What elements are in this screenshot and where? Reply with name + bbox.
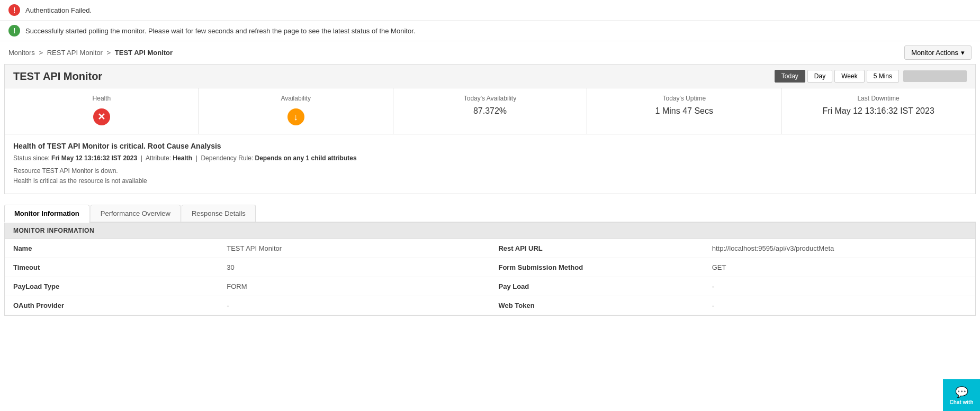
dependency-value: Depends on any 1 child attributes <box>255 154 357 162</box>
monitor-actions-button[interactable]: Monitor Actions ▾ <box>904 45 972 60</box>
stat-uptime-label: Today's Uptime <box>598 95 770 102</box>
status-since-value: Fri May 12 13:16:32 IST 2023 <box>51 154 137 162</box>
stat-today-avail-label: Today's Availability <box>404 95 577 102</box>
stat-today-uptime: Today's Uptime 1 Mins 47 Secs <box>587 88 781 134</box>
row1-col1-value: TEST API Monitor <box>218 239 490 258</box>
auth-error-alert: ! Authentication Failed. <box>0 0 980 21</box>
row2-col1-label: Timeout <box>5 258 218 277</box>
row2-col2-value: GET <box>704 258 975 277</box>
monitor-info-header: MONITOR INFORMATION <box>5 223 975 239</box>
time-btn-today[interactable]: Today <box>775 70 805 83</box>
stat-uptime-value: 1 Mins 47 Secs <box>598 106 770 116</box>
row3-col2-value: - <box>704 277 975 296</box>
monitor-info-section: MONITOR INFORMATION Name TEST API Monito… <box>4 223 976 316</box>
breadcrumb: Monitors > REST API Monitor > TEST API M… <box>0 41 980 64</box>
stat-today-avail-value: 87.372% <box>404 106 577 116</box>
health-desc-1: Resource TEST API Monitor is down. <box>13 166 967 176</box>
time-controls: Today Day Week 5 Mins <box>775 70 967 83</box>
health-title: Health of TEST API Monitor is critical. … <box>13 142 967 150</box>
stat-last-downtime: Last Downtime Fri May 12 13:16:32 IST 20… <box>781 88 975 134</box>
row4-col1-value: - <box>218 296 490 315</box>
tabs-row: Monitor Information Performance Overview… <box>4 205 976 223</box>
stat-downtime-value: Fri May 12 13:16:32 IST 2023 <box>792 106 965 116</box>
stat-avail-label: Availability <box>210 95 382 102</box>
stats-row: Health ✕ Availability ↓ Today's Availabi… <box>4 88 976 134</box>
table-row: PayLoad Type FORM Pay Load - <box>5 277 975 296</box>
row2-col1-value: 30 <box>218 258 490 277</box>
availability-warning-icon: ↓ <box>287 108 304 125</box>
success-icon: ! <box>8 25 20 36</box>
stat-health: Health ✕ <box>5 88 199 134</box>
attribute-value: Health <box>173 154 192 162</box>
status-since-label: Status since: <box>13 154 50 162</box>
breadcrumb-sep2: > <box>107 49 113 57</box>
breadcrumb-current: TEST API Monitor <box>115 49 173 57</box>
row3-col2-label: Pay Load <box>490 277 703 296</box>
row2-col2-label: Form Submission Method <box>490 258 703 277</box>
breadcrumb-rest-api[interactable]: REST API Monitor <box>47 49 103 57</box>
row4-col2-label: Web Token <box>490 296 703 315</box>
health-section: Health of TEST API Monitor is critical. … <box>4 134 976 194</box>
monitor-header: TEST API Monitor Today Day Week 5 Mins <box>4 64 976 88</box>
monitor-title: TEST API Monitor <box>13 70 102 83</box>
health-desc-2: Health is critical as the resource is no… <box>13 176 967 186</box>
row1-col1-label: Name <box>5 239 218 258</box>
monitor-actions-label: Monitor Actions <box>911 49 958 57</box>
row4-col1-label: OAuth Provider <box>5 296 218 315</box>
table-row: Timeout 30 Form Submission Method GET <box>5 258 975 277</box>
row1-col2-value: http://localhost:9595/api/v3/productMeta <box>704 239 975 258</box>
tab-monitor-information[interactable]: Monitor Information <box>4 205 89 223</box>
stat-health-label: Health <box>15 95 188 102</box>
row3-col1-value: FORM <box>218 277 490 296</box>
breadcrumb-monitors[interactable]: Monitors <box>8 49 35 57</box>
auth-error-text: Authentication Failed. <box>25 6 92 14</box>
row1-col2-label: Rest API URL <box>490 239 703 258</box>
health-desc: Resource TEST API Monitor is down. Healt… <box>13 166 967 186</box>
attribute-label: Attribute: <box>146 154 171 162</box>
health-meta: Status since: Fri May 12 13:16:32 IST 20… <box>13 154 967 162</box>
tab-performance-overview[interactable]: Performance Overview <box>91 205 181 222</box>
time-btn-day[interactable]: Day <box>807 70 832 83</box>
dependency-label: Dependency Rule: <box>201 154 253 162</box>
stat-downtime-label: Last Downtime <box>792 95 965 102</box>
stat-availability: Availability ↓ <box>199 88 393 134</box>
table-row: OAuth Provider - Web Token - <box>5 296 975 315</box>
stat-today-availability: Today's Availability 87.372% <box>393 88 588 134</box>
row4-col2-value: - <box>704 296 975 315</box>
table-row: Name TEST API Monitor Rest API URL http:… <box>5 239 975 258</box>
success-alert: ! Successfully started polling the monit… <box>0 21 980 41</box>
monitor-actions-dropdown-icon: ▾ <box>961 49 965 57</box>
monitor-info-table: Name TEST API Monitor Rest API URL http:… <box>5 239 975 315</box>
time-range-slider[interactable] <box>903 70 967 82</box>
row3-col1-label: PayLoad Type <box>5 277 218 296</box>
error-icon: ! <box>8 4 20 16</box>
breadcrumb-sep1: > <box>39 49 44 57</box>
time-btn-5mins[interactable]: 5 Mins <box>867 70 899 83</box>
time-btn-week[interactable]: Week <box>834 70 864 83</box>
health-critical-icon: ✕ <box>93 108 110 125</box>
success-alert-text: Successfully started polling the monitor… <box>25 27 415 35</box>
tab-response-details[interactable]: Response Details <box>182 205 256 222</box>
